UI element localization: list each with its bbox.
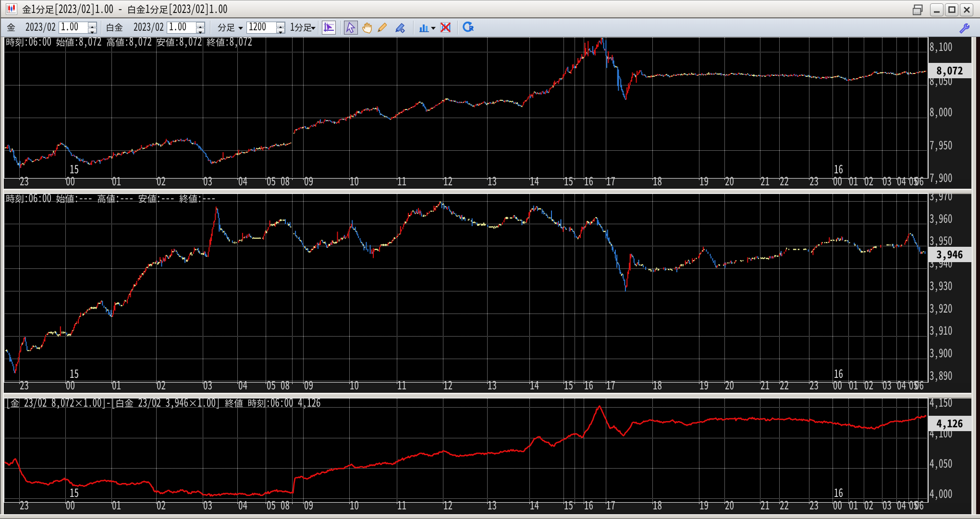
svg-text:R: R xyxy=(469,24,474,32)
